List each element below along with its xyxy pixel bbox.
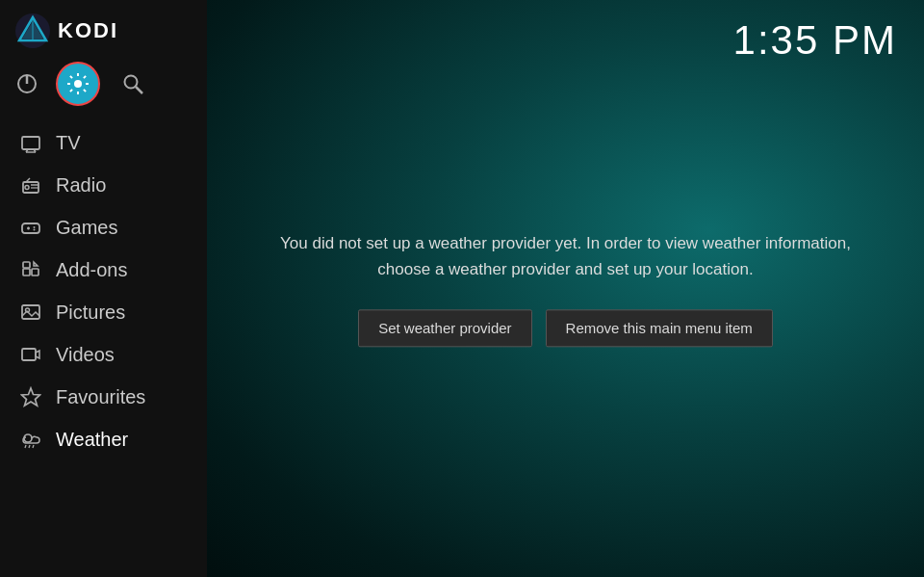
favourites-icon: [19, 385, 42, 408]
svg-rect-23: [23, 269, 30, 275]
app-header: KODI: [0, 0, 207, 58]
radio-label: Radio: [56, 174, 106, 197]
weather-icon: [19, 428, 42, 451]
power-button[interactable]: [13, 70, 40, 97]
power-icon: [15, 72, 38, 95]
svg-point-6: [74, 80, 82, 88]
app-title: KODI: [58, 18, 118, 43]
weather-action-buttons: Set weather provider Remove this main me…: [358, 309, 773, 347]
games-label: Games: [56, 217, 117, 239]
sidebar-item-radio[interactable]: Radio: [0, 164, 207, 206]
svg-rect-24: [32, 269, 38, 275]
settings-icon: [65, 71, 90, 96]
svg-rect-9: [22, 137, 39, 149]
games-icon: [19, 216, 42, 239]
svg-rect-25: [23, 262, 30, 268]
svg-point-14: [25, 186, 29, 190]
pictures-icon: [19, 301, 42, 324]
svg-rect-28: [22, 349, 36, 360]
weather-message: You did not set up a weather provider ye…: [268, 230, 864, 282]
svg-rect-26: [22, 305, 39, 319]
set-weather-provider-button[interactable]: Set weather provider: [358, 309, 531, 347]
addons-label: Add-ons: [56, 259, 128, 281]
svg-line-33: [33, 445, 34, 448]
weather-dialog: You did not set up a weather provider ye…: [268, 230, 864, 347]
favourites-label: Favourites: [56, 386, 145, 408]
main-content: 1:35 PM You did not set up a weather pro…: [207, 0, 924, 577]
settings-button[interactable]: [56, 62, 100, 106]
svg-line-32: [29, 445, 30, 448]
svg-line-31: [25, 445, 26, 448]
pictures-label: Pictures: [56, 302, 125, 324]
sidebar-item-videos[interactable]: Videos: [0, 333, 207, 376]
sidebar-item-games[interactable]: Games: [0, 206, 207, 249]
svg-rect-18: [22, 223, 39, 233]
addons-icon: [19, 258, 42, 281]
sidebar-item-tv[interactable]: TV: [0, 121, 207, 164]
sidebar-item-pictures[interactable]: Pictures: [0, 291, 207, 333]
svg-point-22: [34, 229, 36, 231]
tv-icon: [19, 131, 42, 154]
search-icon: [121, 72, 144, 95]
kodi-logo-icon: [15, 13, 50, 48]
sidebar-item-addons[interactable]: Add-ons: [0, 249, 207, 291]
weather-label: Weather: [56, 429, 128, 451]
time-display: 1:35 PM: [733, 17, 897, 64]
main-nav: TV Radio: [0, 121, 207, 460]
svg-marker-29: [22, 388, 40, 406]
kodi-logo: KODI: [15, 13, 118, 48]
remove-menu-item-button[interactable]: Remove this main menu item: [546, 309, 773, 347]
videos-icon: [19, 343, 42, 366]
toolbar-row: [0, 58, 207, 118]
radio-icon: [19, 173, 42, 197]
sidebar-item-favourites[interactable]: Favourites: [0, 376, 207, 418]
svg-point-7: [125, 76, 138, 89]
search-button[interactable]: [119, 70, 146, 97]
sidebar: KODI: [0, 0, 207, 577]
sidebar-item-weather[interactable]: Weather: [0, 418, 207, 460]
svg-point-21: [34, 226, 36, 228]
videos-label: Videos: [56, 344, 115, 366]
svg-point-30: [24, 434, 32, 442]
tv-label: TV: [56, 132, 81, 154]
svg-line-8: [136, 87, 142, 93]
